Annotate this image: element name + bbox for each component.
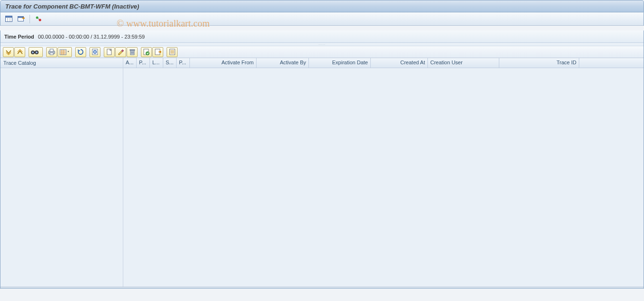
layout-icon: [5, 16, 12, 22]
create-button[interactable]: [104, 47, 115, 57]
change-button[interactable]: [115, 47, 126, 57]
trash-icon: [129, 49, 136, 55]
delete-button[interactable]: [127, 47, 138, 57]
collapse-all-button[interactable]: [14, 47, 25, 57]
tree-body[interactable]: [0, 68, 123, 287]
application-toolbar: [0, 12, 644, 26]
table-layout-icon: [59, 49, 70, 55]
svg-point-12: [36, 51, 38, 53]
col-activate-from[interactable]: Activate From: [190, 58, 257, 68]
expand-down-icon: [5, 49, 12, 55]
svg-rect-1: [5, 16, 12, 18]
title-bar: Trace for Component BC-BMT-WFM (Inactive…: [0, 0, 644, 12]
svg-rect-13: [34, 51, 36, 53]
window-title: Trace for Component BC-BMT-WFM (Inactive…: [5, 3, 139, 10]
svg-rect-16: [50, 53, 53, 55]
expand-all-button[interactable]: [3, 47, 14, 57]
col-p2[interactable]: P...: [177, 58, 190, 68]
display-trace-button[interactable]: [89, 47, 100, 57]
details-list-icon: [169, 49, 176, 55]
svg-point-25: [95, 51, 96, 52]
col-activate-by[interactable]: Activate By: [257, 58, 309, 68]
refresh-screen-icon: [18, 16, 25, 22]
display-icon: [91, 49, 99, 55]
activate-trace-button[interactable]: [33, 14, 44, 24]
tree-pane: Trace Catalog: [0, 58, 123, 287]
deactivate-button[interactable]: [152, 47, 163, 57]
collapse-up-icon: [17, 49, 23, 55]
refresh-button[interactable]: [75, 47, 86, 57]
col-created-at[interactable]: Created At: [371, 58, 428, 68]
col-filler: [579, 58, 644, 68]
col-s[interactable]: S...: [163, 58, 177, 68]
grid-pane: A... P... L... S... P... Activate From A…: [123, 58, 644, 287]
svg-rect-5: [18, 17, 23, 18]
col-l[interactable]: L...: [150, 58, 163, 68]
printer-icon: [48, 49, 55, 55]
refresh-screen-button[interactable]: [16, 14, 26, 24]
time-period-value: 00.00.0000 - 00:00:00 / 31.12.9999 - 23:…: [38, 34, 145, 40]
col-expiration-date[interactable]: Expiration Date: [309, 58, 371, 68]
refresh-icon: [77, 49, 84, 55]
find-button[interactable]: [29, 47, 43, 57]
time-period-bar: Time Period 00.00.0000 - 00:00:00 / 31.1…: [0, 30, 644, 43]
toolbar-separator: [30, 15, 30, 23]
col-a[interactable]: A...: [123, 58, 137, 68]
tree-header[interactable]: Trace Catalog: [0, 58, 123, 68]
layout-variant-button[interactable]: [58, 47, 72, 57]
new-document-icon: [106, 49, 113, 55]
print-button[interactable]: [46, 47, 57, 57]
footer-line: [0, 287, 644, 288]
svg-point-34: [146, 52, 149, 55]
svg-rect-29: [130, 50, 135, 50]
content-area: Time Period 00.00.0000 - 00:00:00 / 31.1…: [0, 30, 644, 289]
grid-body[interactable]: [123, 68, 644, 287]
col-creation-user[interactable]: Creation User: [428, 58, 499, 68]
layout-button[interactable]: [3, 14, 14, 24]
deactivate-icon: [154, 49, 161, 55]
grid-container: Trace Catalog A... P... L... S... P... A…: [0, 58, 644, 287]
alv-toolbar: [0, 46, 644, 58]
activate-button[interactable]: [141, 47, 152, 57]
time-period-label: Time Period: [4, 34, 34, 40]
svg-rect-36: [169, 49, 175, 55]
svg-rect-15: [50, 49, 53, 51]
svg-line-8: [38, 18, 39, 20]
svg-point-10: [32, 51, 34, 53]
col-trace-id[interactable]: Trace ID: [499, 58, 579, 68]
grid-header-row: A... P... L... S... P... Activate From A…: [123, 58, 644, 68]
activate-trace-icon: [35, 16, 42, 22]
svg-point-7: [39, 19, 41, 21]
details-button[interactable]: [167, 47, 178, 57]
binoculars-icon: [30, 49, 41, 56]
pencil-icon: [118, 49, 124, 55]
col-p1[interactable]: P...: [137, 58, 150, 68]
svg-point-6: [36, 17, 38, 19]
activate-icon: [143, 49, 150, 55]
